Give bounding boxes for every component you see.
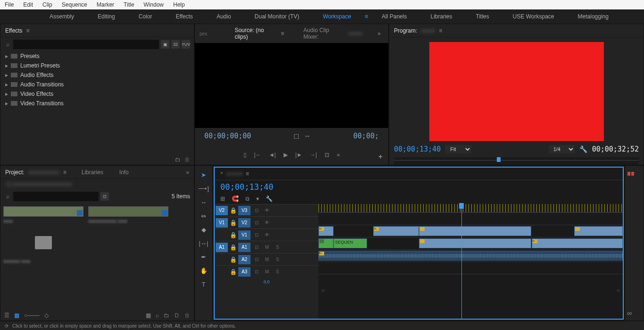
track-v2-lane[interactable]: fx fx — [318, 225, 623, 237]
effects-search-input[interactable] — [13, 40, 159, 49]
mark-in-icon[interactable]: ▯ — [243, 152, 247, 158]
workspace-use[interactable]: USE Workspace — [501, 11, 566, 22]
workspace-menu-icon[interactable]: ≡ — [363, 13, 370, 20]
panel-menu-icon[interactable]: ≡ — [63, 169, 67, 176]
razor-tool-icon[interactable]: ◆ — [201, 226, 206, 233]
workspace-dual[interactable]: Dual Monitor (TV) — [243, 11, 311, 22]
sync-icon[interactable]: ⟳ — [5, 323, 8, 329]
eye-icon[interactable]: 👁 — [263, 206, 271, 215]
project-item-folder[interactable]: xxxxxxx xxxx — [3, 228, 84, 264]
sync-lock-icon[interactable]: ⊡ — [252, 231, 261, 239]
timeline-tc[interactable]: 00;00;13;40 — [215, 180, 623, 194]
solo-icon[interactable]: S — [273, 255, 282, 264]
settings-icon[interactable]: 🔧 — [266, 195, 273, 202]
playhead-icon[interactable] — [459, 203, 464, 209]
workspace-workspace[interactable]: Workspace — [311, 11, 363, 22]
zoom-level-icon[interactable]: ↔ — [304, 132, 311, 140]
workspace-assembly[interactable]: Assembly — [38, 11, 86, 22]
lock-icon[interactable]: 🔒 — [230, 269, 236, 275]
program-tc-current[interactable]: 00;00;13;40 — [394, 145, 441, 153]
list-view-icon[interactable]: ☰ — [4, 312, 9, 319]
menu-marker[interactable]: Marker — [92, 1, 119, 8]
zoom-out-icon[interactable]: ○ — [321, 287, 325, 294]
track-a1-src[interactable]: A1 — [216, 243, 228, 252]
loop-icon[interactable]: ∞ — [627, 309, 632, 317]
linked-selection-icon[interactable]: ⧉ — [245, 195, 250, 202]
rolling-tool-icon[interactable]: ⇔ — [201, 212, 206, 220]
project-search-input[interactable] — [13, 192, 99, 201]
wrench-icon[interactable]: 🔧 — [579, 145, 587, 153]
playhead-icon[interactable] — [497, 157, 501, 162]
zoom-fit-icon[interactable]: ◻ — [293, 132, 299, 140]
folder-audio-effects[interactable]: ▶Audio Effects — [0, 70, 194, 80]
go-to-in-icon[interactable]: |← — [254, 152, 261, 158]
solo-icon[interactable]: S — [273, 243, 282, 252]
workspace-effects[interactable]: Effects — [164, 11, 204, 22]
panel-menu-icon[interactable]: ≡ — [281, 30, 284, 37]
find-icon[interactable]: ⌕ — [156, 312, 159, 319]
mixer-title[interactable]: Audio Clip Mixer: — [303, 27, 341, 40]
menu-edit[interactable]: Edit — [18, 1, 38, 8]
track-a1-lane[interactable]: fx — [318, 249, 623, 262]
freeform-view-icon[interactable]: ○─── — [24, 312, 40, 319]
track-v3[interactable]: V3 — [238, 206, 251, 215]
source-tc-in[interactable]: 00;00;00;00 — [204, 132, 251, 140]
lock-icon[interactable]: 🔒 — [230, 232, 236, 238]
new-item-icon[interactable]: 🗋 — [174, 312, 180, 319]
folder-lumetri[interactable]: ▶Lumetri Presets — [0, 61, 194, 70]
panel-menu-icon[interactable]: ≡ — [26, 27, 29, 34]
sync-lock-icon[interactable]: ⊡ — [252, 268, 261, 276]
pen-tool-icon[interactable]: ✒ — [201, 254, 206, 261]
folder-presets[interactable]: ▶Presets — [0, 51, 194, 61]
project-item[interactable]: xxxxxxxxxxxx xxxx — [88, 206, 168, 224]
slip-tool-icon[interactable]: |↔| — [199, 240, 209, 247]
track-a1[interactable]: A1 — [238, 243, 251, 252]
icon-view-icon[interactable]: ▦ — [14, 312, 19, 319]
workspace-metalogging[interactable]: Metalogging — [566, 11, 620, 22]
lock-icon[interactable]: 🔒 — [230, 256, 236, 263]
mute-icon[interactable]: M — [263, 255, 271, 264]
find-icon[interactable]: ⊡ — [100, 192, 109, 201]
overflow-icon[interactable]: » — [377, 30, 384, 37]
fx-badge-2[interactable]: 32 — [171, 40, 180, 49]
hand-tool-icon[interactable]: ✋ — [200, 267, 208, 274]
step-back-icon[interactable]: ◄| — [269, 152, 276, 158]
close-tab-icon[interactable]: × — [220, 170, 223, 177]
menu-file[interactable]: File — [0, 1, 18, 8]
track-v1-lane[interactable]: SEQUEN fx — [318, 237, 623, 249]
go-to-out-icon[interactable]: →| — [310, 152, 317, 158]
folder-video-effects[interactable]: ▶Video Effects — [0, 89, 194, 99]
track-a2-lane[interactable] — [318, 262, 623, 274]
overflow-icon[interactable]: » — [186, 169, 189, 176]
trash-icon[interactable]: 🗑 — [184, 312, 190, 319]
automate-icon[interactable]: ▦ — [146, 312, 151, 319]
eye-icon[interactable]: 👁 — [263, 219, 271, 227]
source-tc-out[interactable]: 00;00; — [353, 132, 379, 140]
track-select-tool-icon[interactable]: ⟶] — [198, 185, 209, 192]
panel-menu-icon[interactable]: ≡ — [246, 170, 249, 177]
step-forward-icon[interactable]: |► — [295, 152, 302, 158]
workspace-audio[interactable]: Audio — [205, 11, 243, 22]
workspace-libraries[interactable]: Libraries — [418, 11, 464, 22]
zoom-select[interactable]: Fit — [445, 145, 471, 153]
track-a3-lane[interactable] — [318, 274, 623, 286]
mute-icon[interactable]: M — [263, 243, 271, 252]
track-v3-lane[interactable] — [318, 212, 623, 225]
folder-video-transitions[interactable]: ▶Video Transitions — [0, 99, 194, 108]
menu-sequence[interactable]: Sequence — [57, 1, 92, 8]
panel-menu-icon[interactable]: ≡ — [439, 27, 442, 34]
add-button-icon[interactable]: + — [378, 152, 383, 161]
track-v2[interactable]: V2 — [238, 218, 251, 228]
timeline-ruler[interactable] — [318, 204, 623, 212]
libraries-tab[interactable]: Libraries — [82, 169, 103, 176]
timeline-tracks[interactable]: fx fx SEQUEN fx fx — [318, 204, 623, 319]
track-a3[interactable]: A3 — [238, 267, 251, 277]
workspace-color[interactable]: Color — [127, 11, 164, 22]
lock-icon[interactable]: 🔒 — [230, 220, 236, 226]
track-v1[interactable]: V1 — [238, 230, 251, 240]
sync-lock-icon[interactable]: ⊡ — [252, 219, 261, 227]
fx-badge-3[interactable]: YUV — [182, 40, 190, 49]
project-item[interactable]: xxxx — [3, 206, 84, 224]
zoom-in-icon[interactable]: ○ — [617, 287, 620, 294]
workspace-allpanels[interactable]: All Panels — [370, 11, 418, 22]
